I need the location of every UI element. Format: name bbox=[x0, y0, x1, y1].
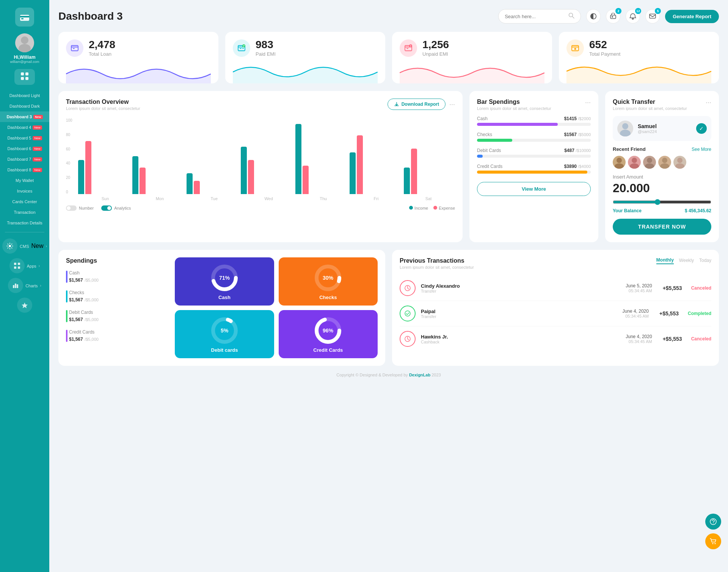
bar-spendings-title: Bar Spendings bbox=[477, 99, 551, 105]
spending-checks-label: Checks bbox=[477, 132, 492, 137]
search-input[interactable] bbox=[505, 14, 565, 19]
float-cart-btn[interactable] bbox=[705, 533, 721, 549]
bar-group-tue bbox=[187, 173, 238, 194]
transfer-now-button[interactable]: TRANSFER NOW bbox=[613, 219, 711, 235]
sidebar-item-wallet[interactable]: My Wallet bbox=[0, 175, 49, 186]
tx-amount-hawkins: +$5,553 bbox=[663, 336, 682, 342]
sidebar-item-dashboard-5[interactable]: Dashboard 5 New bbox=[0, 133, 49, 143]
quick-transfer-subtitle: Lorem ipsum dolor sit amet, consectetur bbox=[613, 106, 687, 111]
favorites-icon-btn[interactable] bbox=[17, 298, 32, 313]
sidebar-logo[interactable] bbox=[15, 8, 34, 27]
sidebar-cms[interactable]: CMS New › bbox=[2, 238, 47, 254]
tx-info-hawkins: Hawkins Jr. Cashback bbox=[421, 334, 448, 344]
bar-spendings-more-btn[interactable]: ··· bbox=[585, 99, 591, 107]
dashboard-icon-btn[interactable] bbox=[14, 69, 35, 85]
donut-credit: 96% Credit Cards bbox=[279, 310, 378, 358]
tab-weekly[interactable]: Weekly bbox=[679, 258, 694, 264]
alerts-btn[interactable]: 12 bbox=[626, 9, 640, 24]
y-label-0: 0 bbox=[66, 190, 72, 194]
paid-emi-label: Paid EMI bbox=[256, 51, 276, 57]
svg-point-30 bbox=[622, 123, 628, 129]
download-report-button[interactable]: Download Report bbox=[388, 99, 446, 110]
footer: Copyright © Designed & Developed by Dexi… bbox=[58, 373, 719, 381]
sidebar-item-dashboard-6[interactable]: Dashboard 6 New bbox=[0, 143, 49, 154]
svg-point-9 bbox=[9, 245, 11, 247]
progress-checks bbox=[477, 139, 512, 142]
svg-rect-22 bbox=[650, 14, 656, 18]
charts-icon-btn[interactable] bbox=[8, 278, 23, 293]
sidebar-item-dashboard-8[interactable]: Dashboard 8 New bbox=[0, 165, 49, 175]
bar-sat-red bbox=[411, 149, 417, 194]
sidebar-item-invoices[interactable]: Invoices bbox=[0, 186, 49, 196]
sidebar-item-transaction-details[interactable]: Transaction Details bbox=[0, 218, 49, 228]
recent-friend-label: Recent Friend bbox=[613, 146, 646, 152]
friend-3[interactable] bbox=[643, 156, 656, 169]
sidebar-item-dashboard-7[interactable]: Dashboard 7 New bbox=[0, 154, 49, 165]
amount-slider[interactable] bbox=[613, 199, 711, 205]
legend-expense: Expense bbox=[433, 206, 455, 210]
donut-debit-label: Debit cards bbox=[211, 347, 238, 353]
transfer-check-icon[interactable]: ✓ bbox=[696, 123, 707, 134]
wallet-notification-btn[interactable]: 2 bbox=[606, 9, 620, 24]
number-toggle[interactable] bbox=[66, 205, 77, 211]
sidebar-item-transaction[interactable]: Transaction bbox=[0, 207, 49, 218]
cash-bar-indicator bbox=[66, 271, 67, 283]
insert-amount-label: Insert Amount bbox=[613, 174, 711, 180]
view-more-button[interactable]: View More bbox=[477, 182, 591, 196]
friend-1[interactable] bbox=[613, 156, 626, 169]
y-label-20: 20 bbox=[66, 176, 72, 180]
sidebar-item-dashboard-3[interactable]: Dashboard 3 New bbox=[0, 111, 49, 122]
page-title: Dashboard 3 bbox=[58, 10, 123, 22]
theme-toggle-btn[interactable] bbox=[586, 9, 601, 24]
tab-today[interactable]: Today bbox=[699, 258, 711, 264]
bar-group-thu bbox=[295, 124, 347, 194]
progress-cash bbox=[477, 123, 558, 126]
spending-item-debit: Debit Cards $487 /$10000 bbox=[477, 148, 591, 158]
sidebar-email: william@gmail.com bbox=[10, 60, 39, 64]
x-label-sun: Sun bbox=[102, 196, 109, 201]
svg-point-39 bbox=[660, 163, 669, 169]
sidebar-item-cards[interactable]: Cards Center bbox=[0, 196, 49, 207]
svg-point-29 bbox=[574, 48, 576, 50]
svg-rect-21 bbox=[612, 16, 613, 17]
sidebar-favorites[interactable] bbox=[17, 298, 32, 313]
y-label-40: 40 bbox=[66, 161, 72, 165]
tx-status-paipal: Completed bbox=[688, 311, 711, 316]
analytics-toggle[interactable] bbox=[101, 205, 112, 211]
tx-date-paipal: June 4, 2020 05:34:45 AM bbox=[623, 309, 649, 318]
float-support-btn[interactable] bbox=[705, 514, 721, 530]
paid-emi-icon bbox=[233, 39, 250, 57]
bar-chart-area: 0 20 40 60 80 100 bbox=[66, 114, 455, 211]
friend-5[interactable] bbox=[673, 156, 686, 169]
bar-group-sat bbox=[404, 149, 455, 194]
svg-point-55 bbox=[405, 311, 410, 316]
sidebar-apps[interactable]: Apps › bbox=[9, 258, 40, 273]
see-more-link[interactable]: See More bbox=[692, 147, 711, 152]
sidebar-item-dashboard-light[interactable]: Dashboard Light bbox=[0, 90, 49, 101]
cms-icon-btn[interactable] bbox=[2, 238, 17, 254]
sidebar-item-dashboard-4[interactable]: Dashboard 4 New bbox=[0, 122, 49, 133]
unpaid-emi-number: 1,256 bbox=[422, 39, 449, 50]
friend-2[interactable] bbox=[628, 156, 641, 169]
footer-brand: DexignLab bbox=[409, 373, 430, 377]
quick-transfer-more-btn[interactable]: ··· bbox=[706, 99, 711, 107]
svg-text:71%: 71% bbox=[219, 275, 230, 281]
apps-icon-btn[interactable] bbox=[9, 258, 25, 273]
tab-monthly[interactable]: Monthly bbox=[656, 257, 674, 264]
sidebar-charts[interactable]: Charts › bbox=[8, 278, 41, 293]
sidebar-item-dashboard-dark[interactable]: Dashboard Dark bbox=[0, 101, 49, 111]
spending-item-cash: Cash $1415 /$2000 bbox=[477, 116, 591, 126]
quick-transfer-title: Quick Transfer bbox=[613, 99, 687, 105]
spending-cash-label: Cash bbox=[477, 116, 488, 121]
messages-btn[interactable]: 5 bbox=[645, 9, 660, 24]
sidebar-username: Hi,William bbox=[14, 55, 35, 60]
svg-rect-1 bbox=[20, 16, 29, 17]
transaction-more-btn[interactable]: ··· bbox=[449, 100, 455, 108]
charts-arrow: › bbox=[40, 284, 41, 288]
debit-list-label: Debit Cards bbox=[69, 310, 99, 315]
generate-report-button[interactable]: Generate Report bbox=[665, 10, 719, 23]
floating-buttons bbox=[705, 514, 721, 549]
friend-4[interactable] bbox=[658, 156, 671, 169]
svg-rect-8 bbox=[25, 77, 28, 80]
svg-point-58 bbox=[713, 523, 714, 524]
